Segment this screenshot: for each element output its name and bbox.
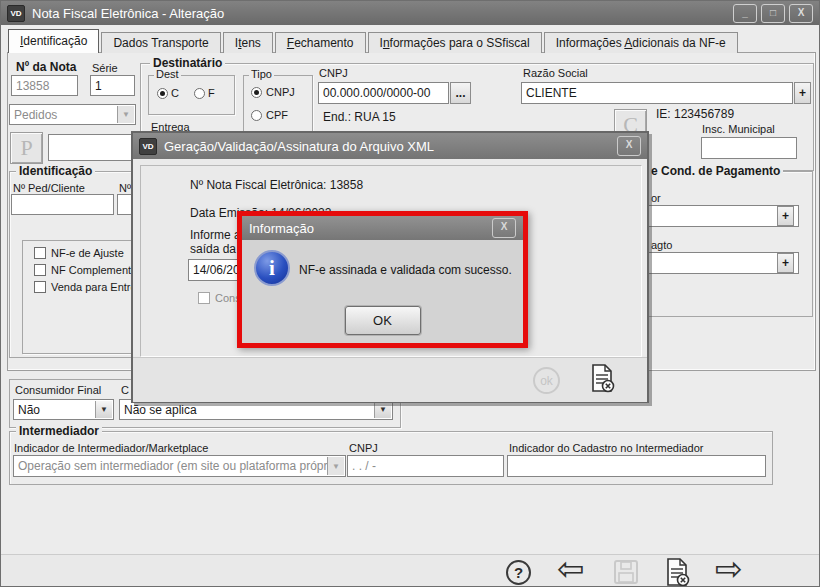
nota-label: Nº da Nota [13, 60, 79, 74]
tab-identificacao[interactable]: Identificação [8, 29, 99, 53]
razao-social-add-button[interactable]: + [794, 82, 811, 104]
vendedor-label-partial: or [651, 192, 661, 204]
cadastro-intermediador-label: Indicador do Cadastro no Intermediador [509, 442, 703, 454]
insc-municipal-label: Insc. Municipal [702, 123, 775, 135]
cnpj-label: CNPJ [319, 67, 348, 79]
intermediador-cnpj-label: CNPJ [349, 442, 378, 454]
dest-c-radio[interactable] [157, 88, 168, 99]
tab-bar: Identificação Dados Transporte Itens Fec… [8, 30, 740, 53]
cancel-document-icon[interactable] [663, 557, 691, 587]
info-message-title: Informação [249, 221, 314, 236]
chevron-down-icon: ▼ [327, 457, 344, 475]
window-titlebar: VD Nota Fiscal Eletrônica - Alteração _ … [1, 1, 819, 25]
nf-complementar-label: NF Complementar [51, 264, 141, 276]
dest-label: Dest [154, 68, 181, 80]
endereco-label: End.: RUA 15 [323, 110, 396, 124]
app-icon: VD [139, 138, 157, 155]
nfe-ajuste-row[interactable]: NF-e de Ajuste [34, 247, 124, 259]
pagamento-group-title: e Cond. de Pagamento [648, 164, 783, 178]
tab-itens[interactable]: Itens [223, 32, 273, 53]
info-message-titlebar: Informação X [242, 216, 523, 240]
bottom-toolbar: ? ⇦ ⇨ [1, 554, 819, 587]
chevron-down-icon: ▼ [95, 401, 112, 418]
cond-pagto-add-button[interactable]: + [777, 253, 794, 273]
tipo-cpf-label: CPF [266, 109, 288, 121]
tipo-cpf-radio-row[interactable]: CPF [251, 109, 288, 121]
ped-cliente-input[interactable] [11, 194, 114, 215]
ok-disabled-icon[interactable]: ok [533, 367, 560, 394]
serie-label: Série [92, 62, 118, 74]
tab-fechamento[interactable]: Fechamento [275, 32, 366, 53]
nf-complementar-row[interactable]: NF Complementar [34, 264, 141, 276]
xml-dialog-title: Geração/Validação/Assinatura do Arquivo … [164, 139, 434, 154]
consumidor-final-select[interactable]: Não ▼ [13, 399, 114, 420]
cadastro-intermediador-input[interactable] [507, 455, 766, 477]
close-icon[interactable]: X [789, 4, 813, 23]
xml-checkbox[interactable] [198, 292, 210, 304]
cnpj-browse-button[interactable]: ... [450, 82, 471, 104]
nfe-ajuste-label: NF-e de Ajuste [51, 247, 124, 259]
indicador-intermediador-label: Indicador de Intermediador/Marketplace [14, 442, 208, 454]
xml-informe-line1: Informe a [190, 228, 241, 242]
dest-f-label: F [208, 87, 215, 99]
ped2-label: Nº [119, 182, 131, 194]
intermediador-cnpj-input[interactable]: . . / - [347, 455, 504, 477]
cnpj-input[interactable]: 00.000.000/0000-00 [318, 82, 449, 104]
pedido-lookup-button[interactable]: P [10, 132, 43, 164]
cancel-document-icon[interactable] [588, 363, 616, 393]
forward-arrow-icon[interactable]: ⇨ [715, 554, 743, 584]
identificacao-group-title: Identificação [16, 164, 95, 178]
nf-complementar-checkbox[interactable] [34, 264, 46, 276]
dest-f-radio[interactable] [194, 88, 205, 99]
pedido-input[interactable] [48, 134, 135, 161]
info-icon: i [254, 250, 290, 286]
xml-dialog-titlebar: VD Geração/Validação/Assinatura do Arqui… [133, 133, 647, 159]
info-message-text: NF-e assinada e validada com sucesso. [299, 263, 512, 277]
intermediador-group-title: Intermediador [16, 424, 102, 438]
chevron-down-icon: ▼ [117, 106, 134, 123]
info-message-box: Informação X i NF-e assinada e validada … [237, 211, 528, 348]
razao-social-input[interactable]: CLIENTE [521, 82, 793, 104]
vendedor-add-button[interactable]: + [777, 206, 794, 226]
insc-municipal-input[interactable] [701, 137, 797, 159]
nota-input[interactable]: 13858 [11, 75, 78, 96]
xml-dialog-footer: ok [133, 357, 647, 402]
serie-input[interactable]: 1 [90, 75, 135, 96]
tab-informacoes-adicionais[interactable]: Informações Adicionais da NF-e [544, 32, 738, 53]
razao-social-label: Razão Social [523, 67, 588, 79]
maximize-icon[interactable]: □ [761, 4, 785, 23]
ped-cliente-label: Nº Ped/Cliente [13, 182, 85, 194]
pagto-label-partial: agto [651, 239, 672, 251]
tab-informacoes-ssfiscal[interactable]: Informações para o SSfiscal [368, 32, 542, 53]
app-window: VD Nota Fiscal Eletrônica - Alteração _ … [0, 0, 820, 587]
tipo-cnpj-label: CNPJ [266, 86, 295, 98]
xml-nota-line: Nº Nota Fiscal Eletrônica: 13858 [190, 178, 363, 192]
chevron-down-icon: ▼ [374, 401, 391, 418]
venda-entrega-checkbox[interactable] [34, 281, 46, 293]
tipo-cnpj-radio[interactable] [251, 87, 262, 98]
minimize-icon[interactable]: _ [733, 4, 757, 23]
tipo-cnpj-radio-row[interactable]: CNPJ [251, 86, 295, 98]
close-icon[interactable]: X [617, 136, 641, 156]
tipo-box [243, 75, 313, 133]
dest-c-label: C [171, 87, 179, 99]
help-icon[interactable]: ? [506, 560, 531, 585]
tipo-label: Tipo [249, 68, 274, 80]
nfe-ajuste-checkbox[interactable] [34, 247, 46, 259]
tipo-cpf-radio[interactable] [251, 110, 262, 121]
dest-c-radio-row[interactable]: C [157, 87, 179, 99]
save-icon[interactable] [613, 559, 639, 585]
consumidor-final-label: Consumidor Final [15, 384, 101, 396]
pedidos-select[interactable]: Pedidos ▼ [9, 104, 136, 125]
close-icon[interactable]: X [492, 218, 516, 238]
dest-f-radio-row[interactable]: F [194, 87, 215, 99]
ie-label: IE: 123456789 [656, 107, 734, 121]
consumidor-label2-partial: C [121, 384, 129, 396]
indicador-intermediador-select[interactable]: Operação sem intermediador (em site ou p… [13, 455, 346, 477]
ok-button[interactable]: OK [345, 306, 421, 335]
app-icon: VD [7, 5, 25, 22]
window-title: Nota Fiscal Eletrônica - Alteração [32, 6, 224, 21]
back-arrow-icon[interactable]: ⇦ [557, 554, 585, 584]
tab-dados-transporte[interactable]: Dados Transporte [101, 32, 220, 53]
